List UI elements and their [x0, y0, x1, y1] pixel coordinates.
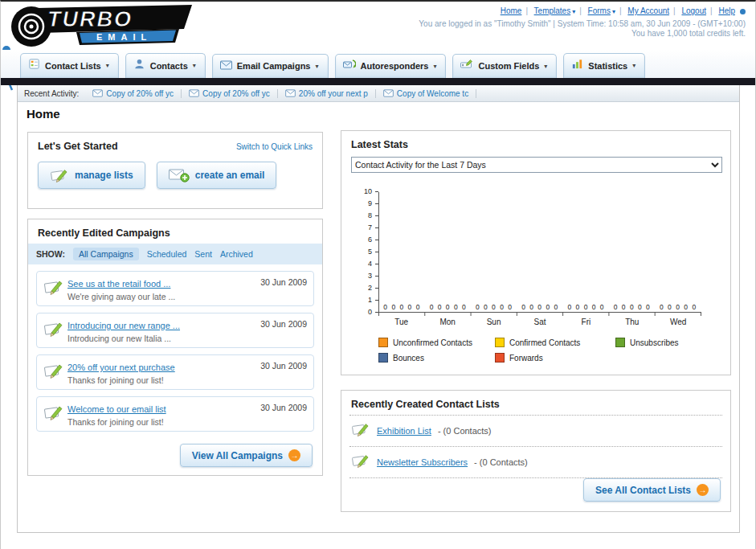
- tab-label: Custom Fields: [478, 61, 539, 71]
- recent-activity-item[interactable]: Copy of Welcome tc: [376, 89, 476, 98]
- tab-contacts[interactable]: Contacts ▾: [125, 53, 206, 78]
- app-window: TURBO EMAIL Home| Templates▾| Forms▾| My…: [0, 0, 756, 549]
- legend-label: Unconfirmed Contacts: [393, 338, 472, 347]
- filter-archived[interactable]: Archived: [220, 249, 253, 259]
- campaign-row: See us at the retail food ... We're givi…: [36, 271, 314, 306]
- dropdown-arrow-icon: ▾: [106, 62, 109, 69]
- arrow-right-icon: →: [697, 484, 709, 496]
- top-link-help[interactable]: Help: [718, 6, 735, 15]
- recent-activity-link[interactable]: Copy of Welcome tc: [397, 89, 468, 98]
- bar-value-labels: 0 0 0 0 0: [425, 304, 471, 313]
- login-info: You are logged in as "Timothy Smith" | S…: [419, 19, 746, 28]
- recent-activity-link[interactable]: Copy of 20% off yc: [106, 89, 174, 98]
- legend-swatch: [495, 338, 505, 347]
- tab-statistics[interactable]: Statistics ▾: [563, 53, 645, 78]
- y-axis-tick-label: 9: [368, 200, 372, 207]
- contact-list-link[interactable]: Exhibition List: [377, 426, 431, 436]
- latest-stats-chart: 012345678910 0 0 0 0 00 0 0 0 00 0 0 0 0…: [349, 192, 730, 326]
- page-title: Home: [27, 107, 60, 121]
- y-axis-tick-label: 2: [368, 285, 372, 292]
- envelope-plus-icon: [169, 168, 190, 182]
- legend-label: Bounces: [393, 354, 424, 363]
- recent-activity-item[interactable]: Copy of 20% off yc: [182, 89, 278, 98]
- see-all-contact-lists-button[interactable]: See All Contact Lists →: [583, 478, 721, 502]
- contact-list-count: - (0 Contacts): [474, 457, 528, 467]
- y-axis-tick-label: 0: [368, 309, 372, 316]
- main-nav: Contact Lists ▾ Contacts ▾ Email Campaig…: [1, 50, 755, 78]
- legend-swatch: [615, 338, 625, 347]
- y-axis-tick: [375, 215, 378, 216]
- campaign-pencil-icon: [43, 362, 67, 383]
- campaign-filter-bar: SHOW: All Campaigns Scheduled Sent Archi…: [28, 244, 322, 264]
- bar-value-labels: 0 0 0 0 0: [563, 304, 609, 313]
- contacts-icon: [133, 58, 145, 73]
- header: TURBO EMAIL Home| Templates▾| Forms▾| My…: [1, 2, 755, 50]
- bar-value-labels: 0 0 0 0 0: [517, 304, 563, 313]
- campaign-title-link[interactable]: See us at the retail food ...: [67, 279, 170, 289]
- see-all-contact-lists-label: See All Contact Lists: [595, 485, 691, 496]
- tab-autoresponders[interactable]: Autoresponders ▾: [335, 54, 447, 78]
- campaign-row: 20% off your next purchase Thanks for jo…: [36, 354, 314, 390]
- filter-sent[interactable]: Sent: [194, 249, 212, 259]
- manage-lists-button[interactable]: manage lists: [38, 162, 145, 189]
- list-pencil-icon: [351, 453, 370, 472]
- pencil-list-icon: [50, 167, 69, 183]
- view-all-campaigns-button[interactable]: View All Campaigns →: [180, 444, 313, 467]
- y-axis-tick: [375, 252, 378, 252]
- legend-item: Forwards: [495, 353, 615, 363]
- chart-legend: Unconfirmed ContactsConfirmed ContactsUn…: [378, 338, 730, 363]
- y-axis-tick: [375, 191, 378, 192]
- legend-item: Unsubscribes: [615, 338, 730, 347]
- contact-lists-title: Recently Created Contact Lists: [341, 391, 730, 415]
- contact-list-count: - (0 Contacts): [438, 426, 492, 436]
- campaign-date: 30 Jun 2009: [254, 276, 307, 287]
- top-link-forms[interactable]: Forms: [588, 6, 611, 15]
- campaign-title-link[interactable]: Welcome to our email list: [67, 404, 166, 414]
- turbo-email-logo-image: TURBO EMAIL: [6, 4, 198, 49]
- divider: |: [710, 6, 713, 15]
- recent-activity-link[interactable]: Copy of 20% off yc: [202, 89, 270, 98]
- dropdown-arrow-icon: ▾: [193, 62, 196, 69]
- legend-item: Bounces: [378, 353, 495, 363]
- envelope-icon: [383, 89, 394, 97]
- list-pencil-icon: [351, 421, 370, 440]
- recent-activity-item[interactable]: Copy of 20% off yc: [85, 89, 182, 98]
- top-link-home[interactable]: Home: [501, 6, 522, 15]
- campaign-title-link[interactable]: Introducing our new range ...: [67, 321, 180, 330]
- autoresponders-icon: [343, 59, 356, 73]
- x-axis-tick-label: Fri: [563, 318, 609, 326]
- filter-all-campaigns[interactable]: All Campaigns: [73, 248, 139, 260]
- top-nav: Home| Templates▾| Forms▾| My Account| Lo…: [501, 6, 746, 15]
- tab-label: Email Campaigns: [237, 61, 311, 71]
- campaign-subtitle: Introducing our new Italia ...: [67, 334, 254, 343]
- tab-custom-fields[interactable]: Custom Fields ▾: [452, 54, 557, 78]
- app-logo: TURBO EMAIL: [6, 4, 198, 52]
- top-link-logout[interactable]: Logout: [681, 6, 706, 15]
- top-link-templates[interactable]: Templates: [534, 6, 571, 15]
- y-axis-tick: [375, 276, 378, 277]
- create-email-button[interactable]: create an email: [157, 162, 277, 189]
- x-axis-tick-label: Wed: [656, 318, 701, 326]
- legend-label: Forwards: [509, 354, 543, 363]
- x-axis-tick-label: Thu: [609, 318, 655, 326]
- recent-activity-link[interactable]: 20% off your next p: [299, 89, 368, 98]
- campaign-date: 30 Jun 2009: [254, 318, 307, 329]
- top-link-my-account[interactable]: My Account: [627, 6, 669, 15]
- campaign-subtitle: Thanks for joining our list!: [67, 417, 254, 427]
- campaign-title-link[interactable]: 20% off your next purchase: [67, 363, 175, 372]
- bar-value-labels: 0 0 0 0 0: [609, 304, 655, 313]
- y-axis-tick-label: 10: [364, 188, 372, 195]
- switch-quick-links-link[interactable]: Switch to Quick Links: [236, 142, 313, 151]
- tab-email-campaigns[interactable]: Email Campaigns ▾: [212, 54, 329, 78]
- main-content: Recent Activity: Copy of 20% off yc Copy…: [17, 85, 740, 533]
- stats-range-select[interactable]: Contact Activity for the Last 7 Days: [351, 157, 722, 173]
- dropdown-arrow-icon: ▾: [433, 63, 436, 70]
- bar-value-labels: 0 0 0 0 0: [379, 304, 425, 313]
- recent-activity-item[interactable]: 20% off your next p: [278, 89, 376, 98]
- x-axis-tick-label: Mon: [424, 318, 470, 326]
- contact-list-link[interactable]: Newsletter Subscribers: [377, 457, 468, 467]
- y-axis-tick: [375, 264, 378, 264]
- tab-contact-lists[interactable]: Contact Lists ▾: [20, 53, 119, 78]
- contact-list-row: Newsletter Subscribers - (0 Contacts): [341, 447, 730, 477]
- filter-scheduled[interactable]: Scheduled: [147, 249, 187, 259]
